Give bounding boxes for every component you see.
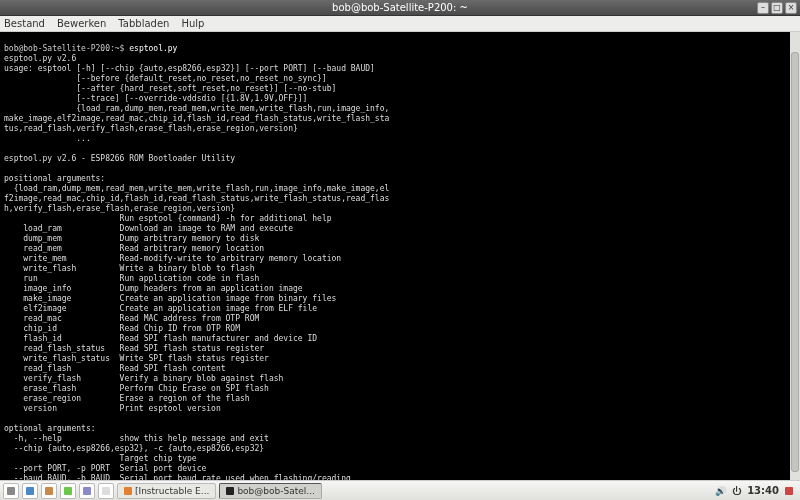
launcher-2[interactable] [41,483,57,499]
window-title: bob@bob-Satellite-P200: ~ [332,2,468,13]
system-tray: 🔊 ⏻ 13:40 [715,485,797,496]
window-titlebar: bob@bob-Satellite-P200: ~ – □ × [0,0,800,16]
app-icon [45,487,53,495]
app-icon [124,487,132,495]
terminal-output: esptool.py v2.6 usage: esptool [-h] [--c… [4,54,796,480]
maximize-button[interactable]: □ [771,2,783,14]
launcher-3[interactable] [60,483,76,499]
scrollbar-thumb[interactable] [791,52,799,472]
desktop-icon [102,487,110,495]
launcher-1[interactable] [22,483,38,499]
menu-hulp[interactable]: Hulp [181,18,204,29]
prompt-line: bob@bob-Satellite-P200:~$ esptool.py [4,44,177,53]
menu-tabbladen[interactable]: Tabbladen [118,18,169,29]
clock[interactable]: 13:40 [747,485,779,496]
task-label: bob@bob-Satel... [237,486,315,496]
tray-indicator[interactable] [785,487,793,495]
start-button[interactable] [3,483,19,499]
taskbar: [Instructable E... bob@bob-Satel... 🔊 ⏻ … [0,480,800,500]
terminal-viewport[interactable]: bob@bob-Satellite-P200:~$ esptool.py esp… [0,32,800,480]
menu-bestand[interactable]: Bestand [4,18,45,29]
menu-bewerken[interactable]: Bewerken [57,18,106,29]
task-label: [Instructable E... [135,486,209,496]
show-desktop[interactable] [98,483,114,499]
tray-icon[interactable]: ⏻ [732,486,741,496]
volume-icon[interactable]: 🔊 [715,486,726,496]
minimize-button[interactable]: – [757,2,769,14]
terminal-icon [226,487,234,495]
window-controls: – □ × [757,2,797,14]
app-icon [64,487,72,495]
task-item-terminal[interactable]: bob@bob-Satel... [219,483,322,499]
start-icon [7,487,15,495]
app-icon [26,487,34,495]
task-item-instructable[interactable]: [Instructable E... [117,483,216,499]
menubar: Bestand Bewerken Tabbladen Hulp [0,16,800,32]
scrollbar[interactable] [790,32,800,480]
app-icon [83,487,91,495]
close-button[interactable]: × [785,2,797,14]
launcher-4[interactable] [79,483,95,499]
